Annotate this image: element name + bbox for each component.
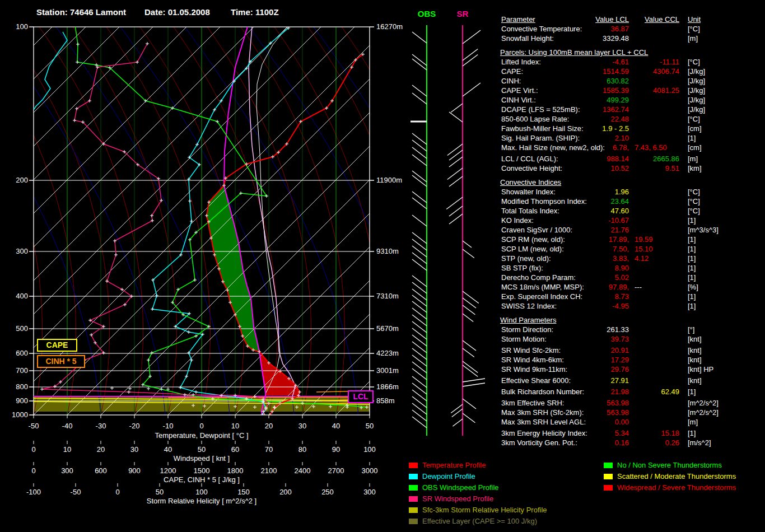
sr-wind-barb — [463, 314, 473, 321]
axis-title: Temperature, Dewpoint [ °C ] — [90, 431, 314, 440]
legend-swatch — [604, 474, 613, 479]
parameter-label: CINH Virt.: — [501, 95, 536, 105]
parameter-unit: [knt] — [688, 346, 702, 355]
parameter-value-lcl: 1362.74 — [567, 105, 629, 114]
parameter-label: Lifted Index: — [501, 57, 541, 67]
parameter-unit: [m/s^2] — [688, 438, 711, 447]
obs-wind-barb — [412, 140, 427, 151]
parameter-row: 3km Effective SRH:563.98[m^2/s^2] — [500, 398, 763, 408]
parameter-row: Storm Direction:261.33[°] — [500, 325, 763, 334]
obs-wind-barb — [412, 335, 427, 346]
parameter-row: SCP LM (new, old):7.50,15.10[1] — [500, 244, 763, 254]
parameter-value-ccl: 9.51 — [635, 164, 679, 173]
parameter-value-lcl: 10.52 — [567, 164, 629, 173]
parameter-label: SCP LM (new, old): — [501, 244, 564, 254]
panel-header-parameter: Parameter — [501, 15, 535, 24]
parameter-value-lcl: 39.73 — [567, 334, 629, 344]
cinh-annotation-box: CINH * 5 — [37, 355, 85, 368]
parameter-label: 3km Effective SRH: — [501, 398, 564, 408]
parameter-unit: [cm] — [688, 143, 702, 152]
parameter-value-lcl: 22.48 — [567, 114, 629, 124]
parameter-unit: [1] — [688, 292, 696, 301]
parameter-value-ccl: 15.18 — [635, 428, 679, 438]
parameter-row: CINH Virt.:499.29[J/kg] — [500, 95, 763, 105]
sr-wind-barb — [463, 305, 475, 315]
legend-label: No / Non Severe Thunderstorms — [617, 461, 722, 469]
parameter-unit: [knt] — [688, 355, 702, 365]
pressure-label: 700 — [8, 366, 28, 375]
parameter-row: KO Index:-10.67[1] — [500, 216, 763, 225]
axis-tick-label: 50 — [143, 488, 176, 496]
parameter-row: SWISS 12 Index:-4.95[1] — [500, 301, 763, 311]
axis-tick-label: 40 — [151, 445, 185, 454]
height-label: 3001m — [376, 366, 399, 375]
parameter-value-lcl: 17.89, — [567, 235, 629, 244]
axis-tick-label: -100 — [17, 488, 50, 496]
parameter-unit: [J/kg] — [688, 67, 705, 76]
sr-wind-barb — [449, 176, 463, 186]
panel-header-row: Parameter Value LCL Value CCL Unit — [500, 15, 763, 24]
axis-tick-label: 100 — [353, 445, 386, 454]
sr-wind-barb — [463, 340, 476, 351]
parameter-unit: [knt] — [688, 376, 702, 385]
parameter-row: CINH:630.82[J/kg] — [500, 76, 763, 86]
parameter-unit: [km] — [688, 164, 702, 173]
axis-tick-label: -50 — [59, 488, 92, 496]
axis-tick-label: 1200 — [151, 466, 185, 475]
parameter-row: Sig. Hail Param. (SHIP):2.10[1] — [500, 133, 763, 143]
parameter-row: SR Wind 4km-6km:17.29[knt] — [500, 355, 763, 365]
height-label: 5670m — [376, 324, 399, 333]
effective-layer-line — [168, 397, 370, 398]
pressure-label: 600 — [8, 349, 28, 357]
axis-tick-label: 40 — [319, 422, 353, 430]
parameter-label: Showalter Index: — [501, 187, 556, 197]
axis-tick-label: 200 — [269, 488, 302, 496]
parameter-unit: [m^2/s^2] — [688, 408, 719, 417]
parameter-value-lcl: 6.78, — [567, 143, 629, 152]
obs-wind-barb — [412, 308, 427, 319]
parameter-value-lcl: 988.14 — [567, 154, 629, 164]
panel-header-value-lcl: Value LCL — [567, 15, 629, 24]
parameter-label: Effective Shear 6000: — [501, 376, 571, 385]
sr-wind-barb — [451, 104, 463, 113]
parameter-label: SCP RM (new, old): — [501, 235, 565, 244]
obs-wind-barb — [412, 390, 427, 401]
parameter-value-lcl: 8.90 — [567, 263, 629, 273]
axis-tick-label: 150 — [227, 488, 260, 496]
parameter-value-lcl: 36.87 — [567, 24, 629, 34]
parameter-unit: [1] — [688, 387, 696, 396]
parameter-label: LCL / CCL (AGL): — [501, 154, 558, 164]
obs-wind-barb — [412, 59, 427, 70]
sr-wind-barb — [447, 144, 463, 155]
parameter-row: Fawbush-Miller Hail Size:1.9 - 2.5[cm] — [500, 124, 763, 133]
obs-wind-barb — [412, 215, 427, 226]
axis-tick-label: -50 — [17, 422, 50, 430]
parameter-value-lcl: 3329.48 — [567, 34, 629, 43]
axis-tick-label: 30 — [286, 422, 319, 430]
height-label: 858m — [376, 396, 395, 405]
parameter-unit: [1] — [688, 133, 696, 143]
parameter-unit: [J/kg] — [688, 95, 705, 105]
parameter-value-lcl: 27.91 — [567, 376, 629, 385]
parameter-unit: [1] — [688, 273, 696, 282]
obs-column-header: OBS — [410, 9, 444, 18]
parameter-value-extra: 19.59 — [635, 235, 653, 244]
parameter-label: SB STP (fix): — [501, 263, 543, 273]
parameter-label: Storm Motion: — [501, 334, 547, 344]
legend-swatch — [409, 463, 418, 468]
parameter-value-lcl: 23.64 — [567, 197, 629, 206]
parameter-unit: [1] — [688, 235, 696, 244]
parameter-unit: [knt] — [688, 334, 702, 344]
parameter-value-lcl: 1514.59 — [567, 67, 629, 76]
parameter-unit: [1] — [688, 216, 696, 225]
parameter-label: STP (new, old): — [501, 254, 551, 263]
parameter-row: Convective Height:10.529.51[km] — [500, 164, 763, 173]
axis-tick-label: 70 — [252, 445, 286, 454]
parameter-row: Total Totals Index:47.60[°C] — [500, 206, 763, 216]
pressure-label: 100 — [8, 22, 28, 31]
dry-adiabat-line — [314, 27, 487, 415]
pressure-label: 1000 — [8, 410, 28, 419]
parameter-unit: [1] — [688, 301, 696, 311]
sr-wind-barb — [463, 399, 476, 409]
axis-tick-label: -20 — [118, 422, 151, 430]
